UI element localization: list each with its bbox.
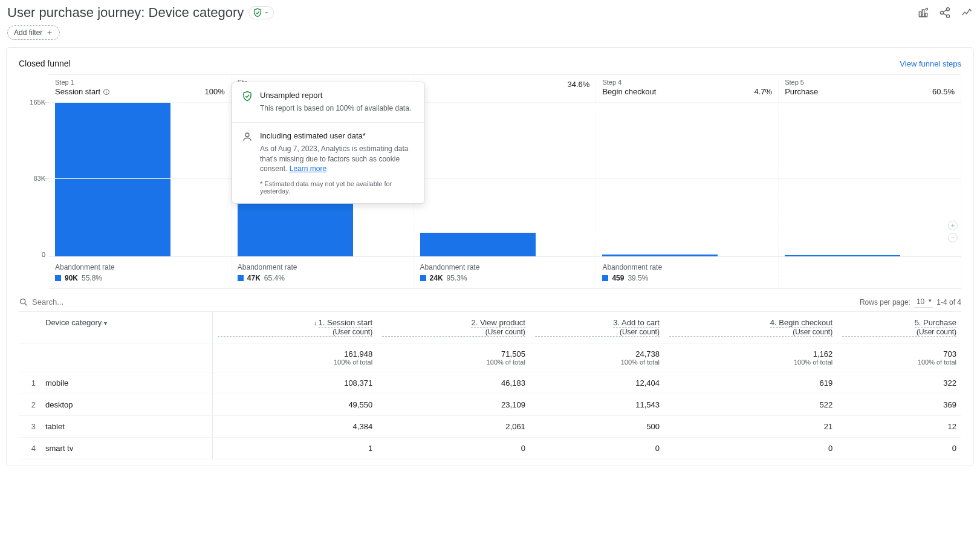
- user-estimate-icon: [242, 131, 253, 142]
- svg-point-3: [21, 299, 25, 303]
- data-quality-pill[interactable]: [248, 6, 274, 19]
- add-filter-label: Add filter: [14, 28, 42, 37]
- table-row[interactable]: 4 smart tv 10000: [19, 438, 961, 459]
- funnel-step-header: Step 5 Purchase 60.5%: [779, 74, 961, 100]
- rows-per-page-label: Rows per page:: [860, 298, 910, 307]
- view-funnel-steps-link[interactable]: View funnel steps: [900, 59, 961, 68]
- funnel-step-header: Step 1 Session start 100%: [49, 74, 232, 100]
- dimension-header[interactable]: Device category▾: [41, 312, 213, 343]
- abandonment-cell: Abandonment rate 90K55.8%: [49, 257, 232, 289]
- y-axis: 165K 83K 0: [19, 100, 49, 257]
- metric-header[interactable]: 3. Add to cart(User count): [530, 312, 664, 343]
- search-icon: [19, 297, 28, 307]
- abandonment-cell: Abandonment rate 24K95.3%: [414, 257, 597, 289]
- info-icon[interactable]: [103, 88, 110, 96]
- rows-range: 1-4 of 4: [936, 298, 961, 307]
- customize-report-icon[interactable]: [917, 7, 929, 19]
- funnel-step-header: 34.6%: [414, 74, 597, 100]
- bar-purchase: [785, 255, 900, 256]
- data-table: Device category▾ ↓1. Session start(User …: [19, 311, 961, 459]
- bar-begin-checkout: [602, 255, 718, 256]
- rows-per-page-select[interactable]: 10: [914, 296, 933, 308]
- abandonment-cell: [779, 257, 961, 289]
- svg-point-2: [245, 133, 249, 137]
- metric-header[interactable]: 5. Purchase(User count): [837, 312, 961, 343]
- page-title: User purchase journey: Device category: [7, 5, 244, 21]
- check-shield-icon: [253, 8, 262, 18]
- zoom-in-button[interactable]: +: [948, 221, 958, 230]
- zoom-out-button[interactable]: −: [948, 233, 958, 242]
- learn-more-link[interactable]: Learn more: [290, 164, 326, 173]
- totals-row: 161,948100% of total 71,505100% of total…: [19, 343, 961, 372]
- table-row[interactable]: 2 desktop 49,55023,10911,543522369: [19, 394, 961, 416]
- data-quality-popover: Unsampled report This report is based on…: [232, 82, 425, 204]
- search-input[interactable]: [32, 297, 854, 307]
- svg-point-0: [926, 8, 927, 10]
- funnel-step-header: Step 4 Begin checkout 4.7%: [596, 74, 779, 100]
- insights-icon[interactable]: [961, 7, 973, 19]
- bar-session-start: [55, 103, 170, 256]
- table-row[interactable]: 1 mobile 108,37146,18312,404619322: [19, 372, 961, 394]
- abandonment-cell: Abandonment rate 45939.5%: [596, 257, 779, 289]
- card-title: Closed funnel: [19, 59, 71, 68]
- plus-icon: [46, 29, 53, 36]
- funnel-bars: [49, 100, 961, 257]
- chevron-down-icon: [264, 10, 270, 16]
- metric-header[interactable]: 2. View product(User count): [377, 312, 530, 343]
- table-row[interactable]: 3 tablet 4,3842,0615002112: [19, 416, 961, 438]
- metric-header[interactable]: ↓1. Session start(User count): [213, 312, 377, 343]
- abandonment-cell: Abandonment rate 47K65.4%: [232, 257, 414, 289]
- metric-header[interactable]: 4. Begin checkout(User count): [664, 312, 837, 343]
- table-header-row: Device category▾ ↓1. Session start(User …: [19, 312, 961, 343]
- bar-add-to-cart: [420, 233, 536, 256]
- check-shield-icon: [242, 91, 253, 102]
- share-icon[interactable]: [939, 7, 951, 19]
- add-filter-button[interactable]: Add filter: [7, 25, 60, 40]
